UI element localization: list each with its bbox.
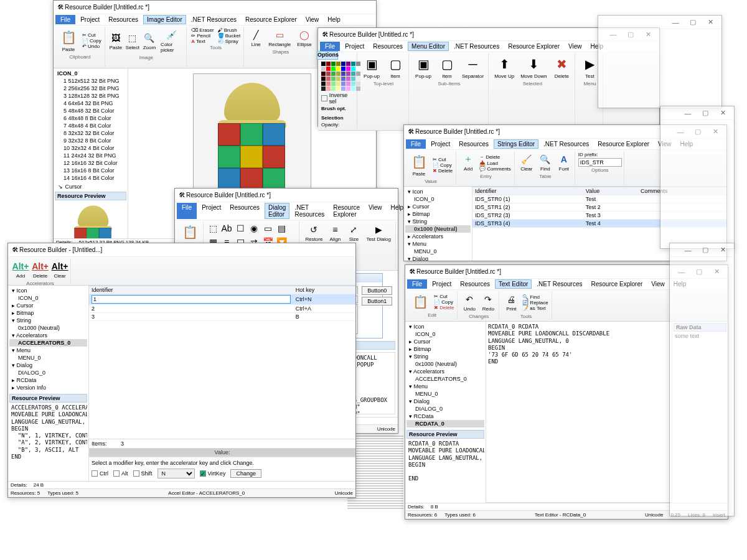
print-button[interactable]: 🖨Print	[502, 292, 520, 313]
tree-item[interactable]: 14 16x16 4 Bit Color	[55, 174, 126, 182]
zoom-button[interactable]: 🔍Zoom	[142, 30, 157, 52]
delete-button[interactable]: Alt+Delete	[31, 259, 50, 280]
alt-check[interactable]: Alt	[113, 470, 128, 477]
brush-button[interactable]: 🖌Brush	[217, 27, 242, 33]
select-button[interactable]: ⬚Select	[125, 30, 141, 52]
tree-item[interactable]: 8 32x32 32 Bit Color	[55, 129, 126, 137]
menu-resources[interactable]: Resources	[105, 15, 142, 24]
delete-button[interactable]: ✖Delete	[550, 54, 573, 80]
undo-button[interactable]: ↶Undo	[81, 44, 103, 49]
moveup-button[interactable]: ⬆Move Up	[492, 54, 517, 80]
menu-resource-explorer[interactable]: Resource Explorer	[242, 15, 301, 24]
ctrl-icon[interactable]: ⬚	[207, 222, 219, 235]
menu-view[interactable]: View	[302, 15, 323, 24]
tree-item[interactable]: 12 16x16 32 Bit Color	[55, 159, 126, 167]
id-prefix-input[interactable]	[578, 158, 622, 167]
separator-button[interactable]: ─Separator	[459, 54, 486, 80]
find-button[interactable]: 🔍Find	[537, 152, 554, 173]
table-row[interactable]: 2Ctrl+A	[89, 305, 355, 313]
undo-icon: ↶	[463, 293, 476, 306]
cut-button[interactable]: ✂Cut	[81, 32, 103, 38]
ctrl-icon[interactable]: Ab	[220, 222, 233, 235]
sub-popup-button[interactable]: ▣Pop-up	[412, 54, 435, 80]
tree-item[interactable]: 3 128x128 32 Bit PNG	[55, 92, 126, 100]
restore-button[interactable]: ↺Restore	[303, 222, 325, 243]
bucket-button[interactable]: 🪣Bucket	[217, 33, 242, 39]
ctrl-icon[interactable]: ▤	[275, 222, 288, 235]
size-button[interactable]: ⤢Size	[345, 222, 362, 243]
button0[interactable]: Button0	[362, 286, 392, 295]
add-button[interactable]: ＋Add	[459, 152, 477, 173]
paste-button[interactable]: 📋	[179, 222, 201, 242]
copy-button[interactable]: 📄Copy	[81, 38, 103, 44]
tree-item[interactable]: 9 32x32 8 Bit Color	[55, 137, 126, 144]
tree-item[interactable]: 6 48x48 8 Bit Color	[55, 114, 126, 122]
redo-button[interactable]: ↷Redo	[479, 292, 497, 313]
table-row-selected[interactable]: Ctrl+N	[89, 294, 355, 305]
table-row[interactable]: 3B	[89, 313, 355, 321]
clear-button[interactable]: Alt+Clear	[51, 259, 68, 280]
align-button[interactable]: ≡Align	[326, 222, 344, 243]
menu-image-editor[interactable]: Image Editor	[143, 15, 186, 24]
tree-item[interactable]: 11 24x24 32 Bit PNG	[55, 152, 126, 159]
add-button[interactable]: Alt+Add	[12, 259, 29, 280]
key-select[interactable]: N	[157, 469, 195, 478]
menu-project[interactable]: Project	[77, 15, 103, 24]
eraser-icon: ⌫	[191, 27, 198, 33]
tree-item[interactable]: 13 16x16 8 Bit Color	[55, 167, 126, 174]
sub-item-button[interactable]: ▢Item	[436, 54, 458, 80]
tree-item[interactable]: 4 64x64 32 Bit PNG	[55, 100, 126, 107]
line-button[interactable]: ╱Line	[247, 27, 265, 49]
ctrl-icon[interactable]: ☐	[234, 222, 247, 235]
tree-item[interactable]: 1 512x512 32 Bit PNG	[55, 77, 126, 85]
tree-item[interactable]: 7 48x48 4 Bit Color	[55, 122, 126, 129]
id-input[interactable]	[92, 295, 291, 304]
text-button[interactable]: AText	[190, 39, 215, 44]
font-button[interactable]: AFont	[555, 152, 573, 173]
cut-icon: ✂	[433, 157, 437, 162]
paste-button[interactable]: 📋	[409, 292, 431, 312]
paste-icon: 📋	[410, 153, 428, 170]
clear-button[interactable]: 🧹Clear	[518, 152, 535, 173]
toplevel-popup-button[interactable]: ▣Pop-up	[360, 54, 383, 80]
print-icon: 🖨	[505, 293, 517, 306]
test-dialog-button[interactable]: ▶Test Dialog	[364, 222, 393, 243]
ellipse-button[interactable]: ◯Ellipse	[294, 27, 314, 49]
menu-file[interactable]: File	[55, 15, 75, 24]
ctrl-icon[interactable]: ▭	[261, 222, 274, 235]
rect-button[interactable]: ▭Rectangle	[266, 27, 293, 49]
menu-help[interactable]: Help	[324, 15, 344, 24]
options-tab[interactable]: Options	[317, 51, 338, 60]
menu-net-resources[interactable]: .NET Resources	[187, 15, 240, 24]
tree-item[interactable]: 10 32x32 4 Bit Color	[55, 144, 126, 152]
ctrl-check[interactable]: Ctrl	[92, 470, 108, 477]
change-button[interactable]: Change	[230, 469, 261, 478]
item-icon: ▢	[387, 55, 404, 73]
copy-icon: 📄	[433, 162, 439, 168]
paste-button[interactable]: 📋Paste	[57, 27, 80, 54]
text-icon: 📝	[522, 306, 529, 311]
window-title: Resource Builder	[65, 4, 113, 11]
paste-img-button[interactable]: 🖼Paste	[108, 30, 123, 52]
code-editor[interactable]: RCDATA_0 RCDATA MOVEABLE PURE LOADONCALL…	[486, 322, 672, 503]
paste-button[interactable]: 📋Paste	[408, 152, 430, 178]
movedown-button[interactable]: ⬇Move Down	[518, 54, 549, 80]
undo-button[interactable]: ↶Undo	[461, 292, 478, 313]
virtkey-check[interactable]: ✓VirtKey	[200, 470, 226, 477]
copy-icon: 📄	[82, 38, 88, 44]
tree-root[interactable]: ICON_0	[55, 70, 126, 77]
tree-item[interactable]: 2 256x256 32 Bit PNG	[55, 85, 126, 92]
tree-selected[interactable]: 0x1000 (Neutral)	[405, 225, 471, 233]
spray-button[interactable]: 💨Spray	[217, 39, 242, 44]
inverse-check[interactable]: Inverse sel	[321, 92, 355, 105]
align-icon: ≡	[329, 223, 341, 236]
ctrl-icon[interactable]: ◉	[248, 222, 260, 235]
pencil-button[interactable]: ✏Pencil	[190, 33, 215, 39]
toplevel-item-button[interactable]: ▢Item	[384, 54, 406, 80]
button1[interactable]: Button1	[362, 297, 392, 306]
eraser-button[interactable]: ⌫Eraser	[190, 27, 215, 33]
shift-check[interactable]: Shift	[133, 470, 153, 477]
colorpicker-button[interactable]: 💉Color picker	[158, 27, 184, 54]
palette-grid[interactable]	[321, 62, 355, 91]
tree-item[interactable]: 5 48x48 32 Bit Color	[55, 107, 126, 114]
